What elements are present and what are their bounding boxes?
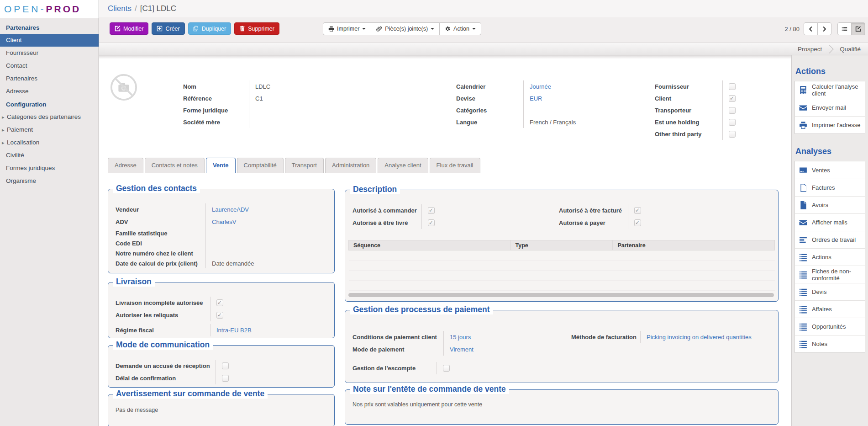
livraison-incomplete-checkbox[interactable] — [216, 299, 223, 306]
imprimer-dropdown[interactable]: Imprimer — [323, 22, 371, 35]
regime-fiscal-link[interactable]: Intra-EU B2B — [210, 327, 252, 334]
field-code-edi: Code EDI — [116, 238, 329, 248]
field-value: Date demandée — [206, 260, 254, 267]
sidebar-item-label: Localisation — [7, 139, 39, 146]
sidebar-item-adresse[interactable]: Adresse — [0, 85, 99, 98]
tab-flux-de-travail[interactable]: Flux de travail — [430, 158, 480, 173]
table-row[interactable] — [349, 250, 775, 261]
sidebar-item-categories-des-partenaires[interactable]: ▸Catégories des partenaires — [0, 111, 99, 123]
tab-vente[interactable]: Vente — [206, 158, 236, 173]
imprimer-label: Imprimer — [337, 26, 359, 32]
tab-comptabilite[interactable]: Comptabilité — [237, 158, 284, 173]
analysis-ordres-de-travail[interactable]: Ordres de travail — [795, 231, 865, 248]
sidebar-item-organisme[interactable]: Organisme — [0, 175, 99, 187]
table-row[interactable] — [349, 271, 775, 281]
field-label: Mode de paiement — [352, 343, 444, 356]
autorise-payer-checkbox[interactable] — [634, 219, 641, 226]
sidebar-item-localisation[interactable]: ▸Localisation — [0, 136, 99, 149]
column-header-type[interactable]: Type — [510, 240, 613, 250]
autorise-commander-checkbox[interactable] — [428, 207, 435, 214]
fournisseur-checkbox[interactable] — [729, 83, 736, 90]
sidebar-item-civilite[interactable]: Civilité — [0, 149, 99, 162]
escompte-checkbox[interactable] — [443, 365, 450, 372]
analysis-fiches-non-conformite[interactable]: Fiches de non-conformité — [795, 266, 865, 283]
horizontal-scrollbar[interactable] — [348, 293, 774, 297]
record-photo-placeholder — [110, 73, 138, 103]
tab-adresse[interactable]: Adresse — [108, 158, 143, 173]
creer-button[interactable]: Créer — [152, 22, 184, 35]
pager-next-button[interactable] — [817, 22, 831, 35]
delai-confirmation-checkbox[interactable] — [222, 375, 229, 382]
client-checkbox[interactable] — [729, 95, 736, 102]
table-row[interactable] — [349, 281, 775, 291]
sidebar-item-partenaires[interactable]: Partenaires — [0, 72, 99, 85]
analysis-devis[interactable]: Devis — [795, 283, 865, 300]
holding-checkbox[interactable] — [729, 119, 736, 126]
pager-prev-button[interactable] — [804, 22, 818, 35]
field-label: Régime fiscal — [116, 324, 210, 336]
supprimer-button[interactable]: Supprimer — [234, 22, 279, 35]
status-step-qualifie[interactable]: Qualifié — [840, 46, 861, 53]
analysis-actions[interactable]: Actions — [795, 248, 865, 266]
sidebar-item-paiement[interactable]: ▸Paiement — [0, 123, 99, 136]
other-third-party-checkbox[interactable] — [729, 131, 736, 138]
methode-facturation-link[interactable]: Picking invoicing on delivered quantitie… — [641, 334, 752, 341]
analysis-opportunites[interactable]: Opportunités — [795, 318, 865, 335]
tab-administration[interactable]: Administration — [325, 158, 376, 173]
sidebar-item-client[interactable]: Client — [0, 34, 99, 47]
tab-analyse-client[interactable]: Analyse client — [378, 158, 428, 173]
panel-item-label: Ordres de travail — [812, 236, 856, 243]
column-header-sequence[interactable]: Séquence — [349, 240, 511, 250]
list-icon — [799, 271, 808, 279]
devise-link[interactable]: EUR — [524, 95, 542, 102]
field-value: French / Français — [524, 119, 576, 126]
column-header-partenaire[interactable]: Partenaire — [613, 240, 775, 250]
transporteur-checkbox[interactable] — [729, 107, 736, 114]
field-label: Société mère — [183, 116, 249, 128]
analysis-notes[interactable]: Notes — [795, 335, 865, 352]
tab-transport[interactable]: Transport — [285, 158, 324, 173]
field-label: Autorisé à commander — [352, 204, 422, 217]
action-dropdown[interactable]: Action — [439, 22, 481, 35]
status-step-prospect[interactable]: Prospect — [798, 46, 822, 53]
analysis-afficher-mails[interactable]: Afficher mails — [795, 213, 865, 231]
conditions-paiement-link[interactable]: 15 jours — [444, 334, 471, 341]
list-view-button[interactable] — [837, 22, 852, 35]
mode-paiement-link[interactable]: Virement — [444, 346, 473, 353]
analysis-factures[interactable]: Factures — [795, 179, 865, 196]
field-transporteur-flag: Transporteur — [655, 104, 736, 116]
sidebar-item-contact[interactable]: Contact — [0, 59, 99, 72]
sidebar-item-fournisseur[interactable]: Fournisseur — [0, 47, 99, 59]
analysis-ventes[interactable]: Ventes — [795, 161, 865, 179]
analyses-panel-title: Analyses — [795, 147, 865, 156]
sidebar-item-formes-juridiques[interactable]: Formes juridiques — [0, 162, 99, 175]
action-envoyer-mail[interactable]: Envoyer mail — [795, 99, 865, 116]
accuse-reception-checkbox[interactable] — [222, 362, 229, 369]
field-label: Délai de confirmation — [116, 372, 216, 384]
panel-item-label: Avoirs — [812, 202, 828, 208]
analysis-avoirs[interactable]: Avoirs — [795, 196, 865, 213]
field-delai-confirmation: Délai de confirmation — [116, 372, 329, 384]
action-calculer-analyse-client[interactable]: Calculer l'analyse client — [795, 81, 865, 99]
reliquats-checkbox[interactable] — [216, 312, 223, 319]
analysis-affaires[interactable]: Affaires — [795, 300, 865, 318]
breadcrumb-parent-link[interactable]: Clients — [108, 4, 132, 13]
trash-icon — [239, 26, 245, 32]
calendrier-link[interactable]: Journée — [524, 83, 551, 90]
table-row[interactable] — [349, 261, 775, 271]
autorise-facture-checkbox[interactable] — [634, 207, 641, 214]
camera-slash-icon — [110, 73, 138, 101]
autorise-livre-checkbox[interactable] — [428, 219, 435, 226]
adv-link[interactable]: CharlesV — [206, 218, 236, 225]
pieces-jointes-dropdown[interactable]: Pièce(s) jointe(s) — [371, 22, 440, 35]
form-view-button[interactable] — [851, 22, 865, 35]
field-famille-statistique: Famille statistique — [116, 228, 329, 238]
modifier-button[interactable]: Modifier — [110, 22, 148, 35]
vendeur-link[interactable]: LaurenceADV — [206, 206, 249, 213]
tab-contacts-et-notes[interactable]: Contacts et notes — [145, 158, 205, 173]
dupliquer-button[interactable]: Dupliquer — [188, 22, 231, 35]
record-flags-fields: Fournisseur Client Transporteur Est une … — [655, 80, 736, 140]
action-imprimer-adresse[interactable]: Imprimer l'adresse — [795, 116, 865, 133]
section-description: Description Autorisé à commander Autoris… — [345, 190, 779, 302]
toolbar: Modifier Créer Dupliquer Supprimer Impri… — [99, 17, 868, 43]
